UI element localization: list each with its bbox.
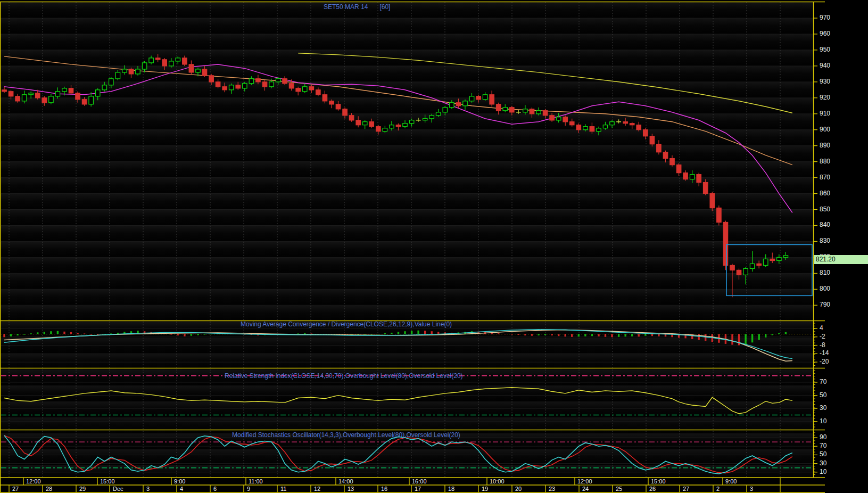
stoch-axis-label: 10 — [820, 468, 826, 475]
macd-axis-label: -8 — [820, 341, 825, 349]
candle — [610, 122, 614, 125]
price-axis-label: 870 — [820, 174, 830, 181]
candle — [2, 90, 6, 92]
candle — [463, 101, 467, 106]
candle — [343, 109, 347, 116]
time-axis-label: 16:00 — [412, 478, 427, 484]
date-axis-label: 2 — [716, 486, 720, 492]
candle — [122, 69, 127, 72]
date-axis-label: 17 — [415, 486, 421, 492]
candle — [563, 117, 567, 122]
candle — [316, 90, 320, 95]
rsi-axis-label: 70 — [820, 378, 826, 385]
candle — [55, 92, 60, 96]
candle — [383, 128, 387, 132]
candle — [737, 270, 741, 275]
candle — [503, 108, 507, 111]
candle — [236, 85, 240, 88]
candle — [303, 87, 307, 92]
candle — [136, 69, 140, 74]
candle — [690, 175, 695, 179]
candle — [115, 72, 120, 79]
date-axis-label: 3 — [750, 486, 753, 492]
candle — [730, 265, 734, 270]
chart-canvas[interactable] — [0, 0, 868, 493]
date-axis-label: 3 — [146, 486, 150, 492]
candle — [650, 136, 654, 144]
date-axis-label: 26 — [649, 486, 656, 492]
candle — [9, 92, 13, 96]
candle — [777, 257, 781, 260]
candle — [329, 101, 334, 104]
candle — [222, 87, 227, 90]
price-axis-label: 800 — [820, 285, 830, 292]
candle — [249, 79, 253, 84]
macd-panel-title: Moving Average Convergence / Divergence(… — [241, 321, 452, 328]
candle — [363, 122, 367, 125]
candle — [276, 79, 280, 82]
candle — [764, 259, 768, 265]
candle — [29, 93, 33, 95]
macd-axis-label: -14 — [820, 349, 829, 357]
candle — [216, 82, 220, 87]
candle — [510, 108, 514, 112]
candle — [456, 103, 460, 106]
candle — [597, 128, 601, 132]
date-axis-label: 16 — [381, 486, 387, 492]
date-axis-label: 29 — [79, 486, 86, 492]
candle — [376, 127, 381, 132]
date-axis-label: 9 — [247, 486, 250, 492]
candle — [142, 63, 146, 69]
candle — [42, 98, 46, 103]
stoch-axis-label: 70 — [820, 442, 826, 449]
stoch-panel-title: Modified Stochastics Oscillator(14,3,3),… — [232, 431, 460, 439]
price-axis-label: 830 — [820, 237, 830, 244]
price-axis-label: 840 — [820, 221, 830, 228]
price-axis-label: 930 — [820, 78, 830, 85]
time-axis-label: 15:00 — [100, 478, 115, 484]
stoch-axis-label: 50 — [820, 450, 826, 458]
time-axis-label: 15:00 — [651, 478, 666, 484]
time-axis-label: 11:00 — [249, 478, 263, 484]
candle — [550, 116, 554, 120]
candle — [603, 125, 607, 128]
candle — [590, 127, 594, 132]
candle — [657, 144, 661, 152]
candle — [676, 165, 681, 173]
candle — [543, 111, 547, 116]
date-axis-label: 28 — [46, 486, 52, 492]
candle — [643, 130, 648, 136]
candle — [76, 93, 80, 100]
candle — [109, 79, 113, 85]
candle — [423, 119, 427, 120]
candle — [269, 82, 274, 87]
candles — [2, 54, 788, 297]
stoch-axis-label: 30 — [820, 459, 826, 467]
rsi-axis-label: 50 — [820, 391, 826, 399]
date-axis-label: 23 — [549, 486, 555, 492]
candle — [723, 223, 728, 266]
date-axis-label: 6 — [213, 486, 217, 492]
candle — [670, 159, 674, 165]
candle — [663, 152, 667, 159]
rsi-line — [4, 388, 792, 414]
candle — [396, 125, 400, 127]
rsi-axis-label: 30 — [820, 404, 826, 412]
candle — [429, 116, 434, 119]
candle — [196, 69, 200, 72]
candle — [229, 85, 234, 90]
time-axis-label: 9:00 — [174, 478, 185, 484]
candle — [102, 85, 106, 90]
trading-chart-window: SET50 MAR 14[60] Moving Average Converge… — [0, 0, 868, 493]
chart-title: SET50 MAR 14[60] — [324, 3, 390, 11]
candle — [356, 120, 360, 125]
candle — [169, 61, 173, 66]
candle — [262, 82, 267, 87]
candle — [89, 96, 93, 104]
date-axis-label: 27 — [12, 486, 19, 492]
candle — [69, 88, 73, 93]
date-axis-label: 11 — [280, 486, 286, 492]
ma-magenta-line — [4, 64, 792, 213]
date-axis-label: 24 — [582, 486, 589, 492]
candle — [717, 208, 721, 223]
